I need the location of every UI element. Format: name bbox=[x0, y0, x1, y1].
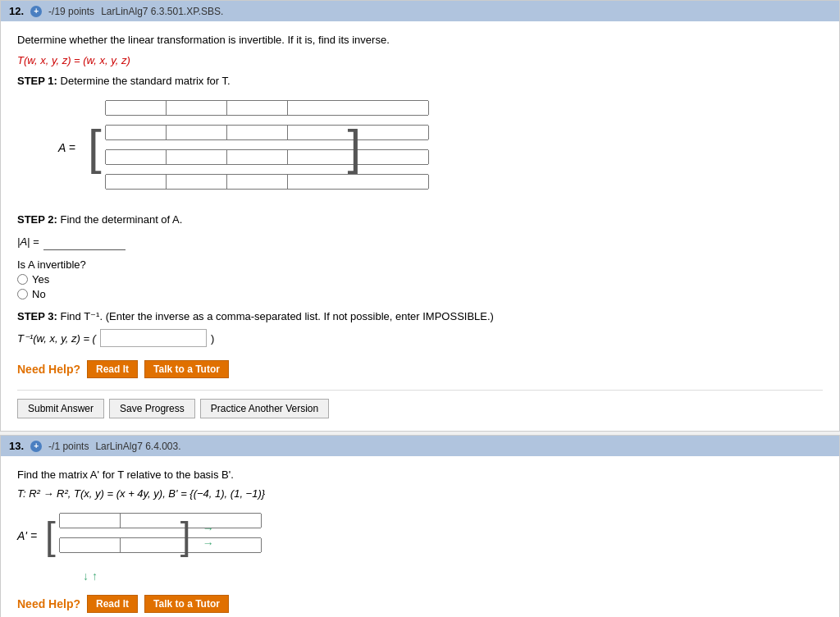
submit-button-12[interactable]: Submit Answer bbox=[17, 399, 104, 418]
inverse-suffix: ) bbox=[211, 332, 214, 345]
step3-bold: STEP 3: bbox=[17, 310, 57, 322]
p13-matrix-cells bbox=[56, 510, 180, 562]
action-buttons-row-12: Submit Answer Save Progress Practice Ano… bbox=[17, 390, 823, 418]
step2-text: Find the determinant of A. bbox=[61, 213, 183, 226]
step1-bold: STEP 1: bbox=[17, 75, 57, 87]
radio-no-label: No bbox=[32, 288, 46, 300]
step1-text: Determine the standard matrix for T. bbox=[61, 75, 231, 87]
p13-left-bracket: [ bbox=[45, 510, 56, 562]
p13-arrows-col: → → bbox=[203, 523, 214, 549]
p13-matrix-label: A' = bbox=[17, 529, 37, 542]
step3-section: STEP 3: Find T⁻¹. (Enter the inverse as … bbox=[17, 310, 823, 347]
problem-13-formula: T: R² → R², T(x, y) = (x + 4y, y), B' = … bbox=[17, 487, 823, 500]
problem-13-number: 13. bbox=[9, 440, 24, 452]
problem-13-points: -/1 points bbox=[48, 441, 89, 452]
arrow-down[interactable]: ↓ bbox=[83, 570, 89, 582]
matrix-cells bbox=[102, 95, 348, 200]
need-help-row-13: Need Help? Read It Talk to a Tutor bbox=[17, 595, 823, 613]
p13-matrix-area: A' = [ ] → → bbox=[17, 510, 823, 562]
cell-r3c3[interactable] bbox=[226, 149, 284, 171]
problem-13-header: 13. + -/1 points LarLinAlg7 6.4.003. bbox=[1, 436, 839, 456]
inverse-input[interactable] bbox=[100, 329, 207, 347]
inverse-prefix: T⁻¹(w, x, y, z) = ( bbox=[17, 332, 96, 345]
step3-text: Find T⁻¹. (Enter the inverse as a comma-… bbox=[61, 310, 494, 322]
matrix-a-container: A = [ bbox=[58, 95, 823, 200]
step2-label: STEP 2: Find the determinant of A. bbox=[17, 213, 823, 226]
problem-12-statement: Determine whether the linear transformat… bbox=[17, 34, 823, 46]
det-input[interactable] bbox=[43, 232, 126, 250]
problem-12-source: LarLinAlg7 6.3.501.XP.SBS. bbox=[101, 6, 223, 17]
p13-bracket-wrap: [ ] bbox=[45, 510, 191, 562]
problem-13-badge: + bbox=[30, 441, 42, 452]
arrow-right-top[interactable]: → bbox=[203, 523, 214, 534]
cell-r2c2[interactable] bbox=[166, 125, 223, 146]
cell-r3c4[interactable] bbox=[287, 149, 345, 171]
problem-12-header: 12. + -/19 points LarLinAlg7 6.3.501.XP.… bbox=[1, 1, 839, 21]
inverse-row: T⁻¹(w, x, y, z) = ( ) bbox=[17, 329, 823, 347]
p13-cell-r1c2[interactable] bbox=[120, 513, 177, 534]
problem-13-source: LarLinAlg7 6.4.003. bbox=[95, 441, 180, 452]
radio-yes[interactable] bbox=[17, 274, 28, 285]
cell-r1c1[interactable] bbox=[105, 100, 162, 121]
cell-r1c3[interactable] bbox=[226, 100, 284, 121]
read-it-button-13[interactable]: Read It bbox=[87, 595, 138, 613]
cell-r2c1[interactable] bbox=[105, 125, 162, 146]
cell-r2c3[interactable] bbox=[226, 125, 284, 146]
need-help-row-12: Need Help? Read It Talk to a Tutor bbox=[17, 360, 823, 378]
cell-r1c2[interactable] bbox=[166, 100, 223, 121]
radio-yes-option[interactable]: Yes bbox=[17, 273, 823, 286]
problem-12-number: 12. bbox=[9, 5, 24, 17]
practice-button-12[interactable]: Practice Another Version bbox=[200, 399, 329, 418]
problem-12-formula: T(w, x, y, z) = (w, x, y, z) bbox=[17, 54, 823, 66]
need-help-label-13: Need Help? bbox=[17, 597, 80, 610]
matrix-left-bracket: [ bbox=[88, 95, 102, 200]
arrow-right-bottom[interactable]: → bbox=[203, 537, 214, 549]
invertible-section: Is A invertible? Yes No bbox=[17, 258, 823, 300]
problem-13-block: 13. + -/1 points LarLinAlg7 6.4.003. Fin… bbox=[0, 435, 840, 617]
determinant-row: |A| = bbox=[17, 232, 823, 250]
p13-right-bracket: ] bbox=[180, 510, 191, 562]
cell-r3c2[interactable] bbox=[166, 149, 223, 171]
p13-cell-r2c1[interactable] bbox=[59, 537, 116, 559]
p13-cell-r2c2[interactable] bbox=[120, 537, 177, 559]
problem-12-content: Determine whether the linear transformat… bbox=[1, 21, 839, 431]
det-label: |A| = bbox=[17, 235, 39, 248]
cell-r4c4[interactable] bbox=[287, 174, 345, 195]
talk-tutor-button-12[interactable]: Talk to a Tutor bbox=[144, 360, 229, 378]
problem-13-statement: Find the matrix A' for T relative to the… bbox=[17, 468, 823, 481]
cell-r2c4[interactable] bbox=[287, 125, 345, 146]
cell-r3c1[interactable] bbox=[105, 149, 162, 171]
cell-r4c2[interactable] bbox=[166, 174, 223, 195]
invertible-question: Is A invertible? bbox=[17, 258, 823, 271]
matrix-right-bracket: ] bbox=[348, 95, 362, 200]
step3-label: STEP 3: Find T⁻¹. (Enter the inverse as … bbox=[17, 310, 823, 322]
matrix-a-label: A = bbox=[58, 141, 75, 154]
problem-12-points: -/19 points bbox=[48, 6, 94, 17]
talk-tutor-button-13[interactable]: Talk to a Tutor bbox=[144, 595, 229, 613]
p13-bottom-arrows: ↓ ↑ bbox=[83, 570, 823, 582]
need-help-label-12: Need Help? bbox=[17, 363, 80, 376]
step1-label: STEP 1: Determine the standard matrix fo… bbox=[17, 75, 823, 87]
radio-no-option[interactable]: No bbox=[17, 288, 823, 300]
radio-yes-label: Yes bbox=[32, 273, 49, 286]
radio-no[interactable] bbox=[17, 289, 28, 299]
problem-13-content: Find the matrix A' for T relative to the… bbox=[1, 456, 839, 617]
matrix-bracket-wrap: [ bbox=[88, 95, 361, 200]
problem-12-block: 12. + -/19 points LarLinAlg7 6.3.501.XP.… bbox=[0, 0, 840, 432]
problem-12-badge: + bbox=[30, 6, 42, 17]
cell-r4c1[interactable] bbox=[105, 174, 162, 195]
cell-r1c4[interactable] bbox=[287, 100, 345, 121]
p13-cell-r1c1[interactable] bbox=[59, 513, 116, 534]
cell-r4c3[interactable] bbox=[226, 174, 284, 195]
read-it-button-12[interactable]: Read It bbox=[87, 360, 138, 378]
step2-bold: STEP 2: bbox=[17, 213, 57, 226]
arrow-up[interactable]: ↑ bbox=[92, 570, 98, 582]
save-button-12[interactable]: Save Progress bbox=[109, 399, 195, 418]
